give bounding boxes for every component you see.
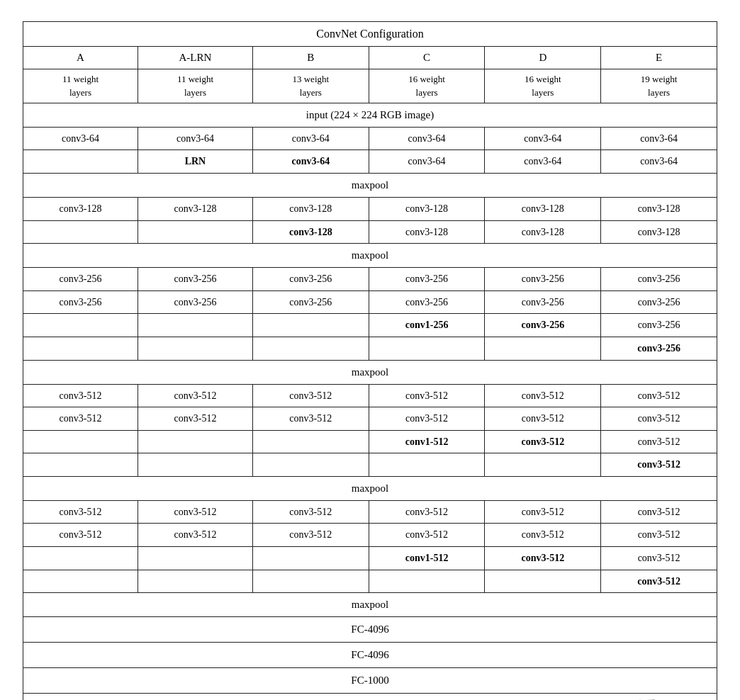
b-conv64-1: conv3-64 — [252, 127, 369, 150]
b-conv512b-2: conv3-512 — [252, 524, 369, 547]
d-weight: 16 weightlayers — [485, 69, 601, 103]
conv256-row4: conv3-256 — [23, 337, 717, 360]
maxpool-1: maxpool — [23, 173, 717, 197]
d-conv256-3: conv3-256 — [485, 314, 601, 337]
d-conv512b-4 — [485, 570, 601, 593]
fc-4096-row1: FC-4096 — [23, 617, 717, 643]
c-conv512a-4 — [369, 453, 485, 477]
e-conv128-2: conv3-128 — [601, 220, 717, 244]
c-conv64-1: conv3-64 — [369, 127, 485, 150]
e-conv512a-1: conv3-512 — [601, 384, 717, 407]
d-conv64-2: conv3-64 — [485, 150, 601, 174]
e-conv256-1: conv3-256 — [601, 268, 717, 291]
b-conv512a-1: conv3-512 — [252, 384, 369, 407]
a-conv512b-2: conv3-512 — [23, 524, 138, 547]
maxpool-5-label: maxpool — [23, 593, 717, 617]
a-conv256-2: conv3-256 — [23, 290, 138, 314]
a-conv512a-4 — [23, 453, 138, 477]
e-conv256-4: conv3-256 — [601, 337, 717, 360]
maxpool-3-label: maxpool — [23, 360, 717, 384]
d-conv256-2: conv3-256 — [485, 290, 601, 314]
conv512a-row3: conv1-512 conv3-512 conv3-512 — [23, 430, 717, 453]
a-weight: 11 weightlayers — [23, 69, 138, 103]
fc-4096-2-label: FC-4096 — [23, 643, 717, 668]
a-conv512a-3 — [23, 430, 138, 453]
conv512a-row4: conv3-512 — [23, 453, 717, 477]
d-conv512a-4 — [485, 453, 601, 477]
fc-4096-1-label: FC-4096 — [23, 617, 717, 643]
col-c-header: C — [369, 47, 485, 69]
a-conv128-1: conv3-128 — [23, 197, 138, 220]
e-conv512b-4: conv3-512 — [601, 570, 717, 593]
b-conv256-2: conv3-256 — [252, 290, 369, 314]
b-conv256-3 — [252, 314, 369, 337]
alrn-conv512a-1: conv3-512 — [138, 384, 252, 407]
conv512a-row2: conv3-512 conv3-512 conv3-512 conv3-512 … — [23, 407, 717, 431]
alrn-conv512a-2: conv3-512 — [138, 407, 252, 431]
conv512a-row1: conv3-512 conv3-512 conv3-512 conv3-512 … — [23, 384, 717, 407]
b-conv512b-3 — [252, 547, 369, 570]
conv512b-row4: conv3-512 — [23, 570, 717, 593]
col-b-header: B — [252, 47, 369, 69]
a-conv512a-2: conv3-512 — [23, 407, 138, 431]
d-conv512b-1: conv3-512 — [485, 500, 601, 524]
alrn-conv64-2: LRN — [138, 150, 252, 174]
conv256-row1: conv3-256 conv3-256 conv3-256 conv3-256 … — [23, 268, 717, 291]
d-conv256-4 — [485, 337, 601, 360]
b-conv512a-2: conv3-512 — [252, 407, 369, 431]
e-conv256-3: conv3-256 — [601, 314, 717, 337]
e-conv512a-2: conv3-512 — [601, 407, 717, 431]
table-title: ConvNet Configuration — [23, 22, 717, 47]
alrn-conv256-3 — [138, 314, 252, 337]
maxpool-3: maxpool — [23, 360, 717, 384]
d-conv128-2: conv3-128 — [485, 220, 601, 244]
b-conv512a-3 — [252, 430, 369, 453]
a-conv512b-1: conv3-512 — [23, 500, 138, 524]
d-conv512b-2: conv3-512 — [485, 524, 601, 547]
softmax-label: soft-max — [23, 694, 717, 700]
conv256-row2: conv3-256 conv3-256 conv3-256 conv3-256 … — [23, 290, 717, 314]
conv64-row2: LRN conv3-64 conv3-64 conv3-64 conv3-64 — [23, 150, 717, 174]
input-label: input (224 × 224 RGB image) — [23, 103, 717, 127]
conv512b-row1: conv3-512 conv3-512 conv3-512 conv3-512 … — [23, 500, 717, 524]
alrn-conv128-1: conv3-128 — [138, 197, 252, 220]
e-conv64-2: conv3-64 — [601, 150, 717, 174]
c-conv64-2: conv3-64 — [369, 150, 485, 174]
d-conv128-1: conv3-128 — [485, 197, 601, 220]
b-conv128-2: conv3-128 — [252, 220, 369, 244]
alrn-weight: 11 weightlayers — [138, 69, 252, 103]
a-conv256-3 — [23, 314, 138, 337]
b-conv512a-4 — [252, 453, 369, 477]
maxpool-5: maxpool — [23, 593, 717, 617]
e-conv512a-4: conv3-512 — [601, 453, 717, 477]
maxpool-4: maxpool — [23, 476, 717, 500]
e-conv256-2: conv3-256 — [601, 290, 717, 314]
conv128-row1: conv3-128 conv3-128 conv3-128 conv3-128 … — [23, 197, 717, 220]
col-d-header: D — [485, 47, 601, 69]
c-conv256-2: conv3-256 — [369, 290, 485, 314]
a-conv512b-3 — [23, 547, 138, 570]
alrn-conv512a-3 — [138, 430, 252, 453]
subheader-row: 11 weightlayers 11 weightlayers 13 weigh… — [23, 69, 717, 103]
c-conv512a-2: conv3-512 — [369, 407, 485, 431]
fc-1000-row: FC-1000 — [23, 668, 717, 694]
col-e-header: E — [601, 47, 717, 69]
c-conv256-4 — [369, 337, 485, 360]
c-weight: 16 weightlayers — [369, 69, 485, 103]
c-conv512a-1: conv3-512 — [369, 384, 485, 407]
e-conv512b-3: conv3-512 — [601, 547, 717, 570]
e-conv64-1: conv3-64 — [601, 127, 717, 150]
a-conv256-4 — [23, 337, 138, 360]
c-conv512b-4 — [369, 570, 485, 593]
d-conv512b-3: conv3-512 — [485, 547, 601, 570]
b-conv512b-4 — [252, 570, 369, 593]
c-conv512b-1: conv3-512 — [369, 500, 485, 524]
maxpool-2-label: maxpool — [23, 244, 717, 268]
b-conv64-2: conv3-64 — [252, 150, 369, 174]
e-conv512a-3: conv3-512 — [601, 430, 717, 453]
maxpool-4-label: maxpool — [23, 476, 717, 500]
conv512b-row3: conv1-512 conv3-512 conv3-512 — [23, 547, 717, 570]
fc-4096-row2: FC-4096 — [23, 643, 717, 668]
c-conv128-1: conv3-128 — [369, 197, 485, 220]
alrn-conv512b-1: conv3-512 — [138, 500, 252, 524]
